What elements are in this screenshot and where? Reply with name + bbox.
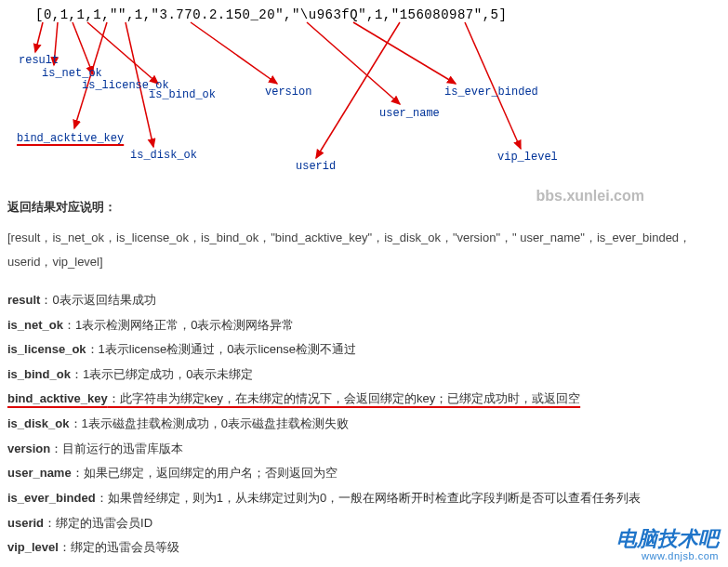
svg-line-8	[353, 22, 456, 84]
label-version: version	[265, 86, 311, 99]
desc-is_ever_binded: is_ever_binded：如果曾经绑定，则为1，从未绑定过则为0，一般在网络…	[7, 486, 721, 511]
label-is-net-ok: is_net_ok	[42, 67, 102, 80]
description-list: result：0表示返回结果成功is_net_ok：1表示检测网络正常，0表示检…	[7, 288, 721, 560]
label-userid: userid	[296, 160, 336, 173]
field-list: [result，is_net_ok，is_license_ok，is_bind_…	[7, 226, 721, 275]
content-area: 返回结果对应说明： [result，is_net_ok，is_license_o…	[0, 186, 728, 560]
label-is-disk-ok: is_disk_ok	[130, 149, 197, 162]
desc-vip_level: vip_level：绑定的迅雷会员等级	[7, 535, 721, 560]
svg-line-9	[316, 22, 400, 158]
desc-is_net_ok: is_net_ok：1表示检测网络正常，0表示检测网络异常	[7, 313, 721, 338]
desc-version: version：目前运行的迅雷库版本	[7, 437, 721, 462]
label-user-name: user_name	[379, 107, 440, 120]
desc-is_bind_ok: is_bind_ok：1表示已绑定成功，0表示未绑定	[7, 363, 721, 388]
desc-is_disk_ok: is_disk_ok：1表示磁盘挂载检测成功，0表示磁盘挂载检测失败	[7, 412, 721, 437]
watermark-url: www.dnjsb.com	[616, 550, 719, 561]
desc-userid: userid：绑定的迅雷会员ID	[7, 511, 721, 536]
watermark-cn: 电脑技术吧	[616, 528, 719, 550]
array-literal: [0,1,1,1,"",1,"3.770.2.150_20","\u963fQ"…	[35, 7, 507, 22]
desc-result: result：0表示返回结果成功	[7, 288, 721, 313]
svg-line-0	[35, 22, 43, 52]
arrows-svg	[0, 0, 728, 186]
watermark-bbs: bbs.xunlei.com	[536, 188, 644, 204]
desc-user_name: user_name：如果已绑定，返回绑定的用户名；否则返回为空	[7, 461, 721, 486]
svg-line-7	[307, 22, 400, 104]
label-bind-acktive-key: bind_acktive_key	[17, 132, 124, 145]
svg-line-6	[191, 22, 277, 84]
label-is-bind-ok: is_bind_ok	[149, 88, 216, 101]
label-is-ever-binded: is_ever_binded	[444, 86, 538, 99]
diagram-area: [0,1,1,1,"",1,"3.770.2.150_20","\u963fQ"…	[0, 0, 728, 186]
desc-is_license_ok: is_license_ok：1表示license检测通过，0表示license检…	[7, 337, 721, 363]
label-result: result	[19, 54, 59, 67]
desc-bind_acktive_key: bind_acktive_key：此字符串为绑定key，在未绑定的情况下，会返回…	[7, 387, 721, 412]
watermark-dnjsb: 电脑技术吧 www.dnjsb.com	[616, 528, 719, 561]
label-vip-level: vip_level	[497, 151, 558, 164]
